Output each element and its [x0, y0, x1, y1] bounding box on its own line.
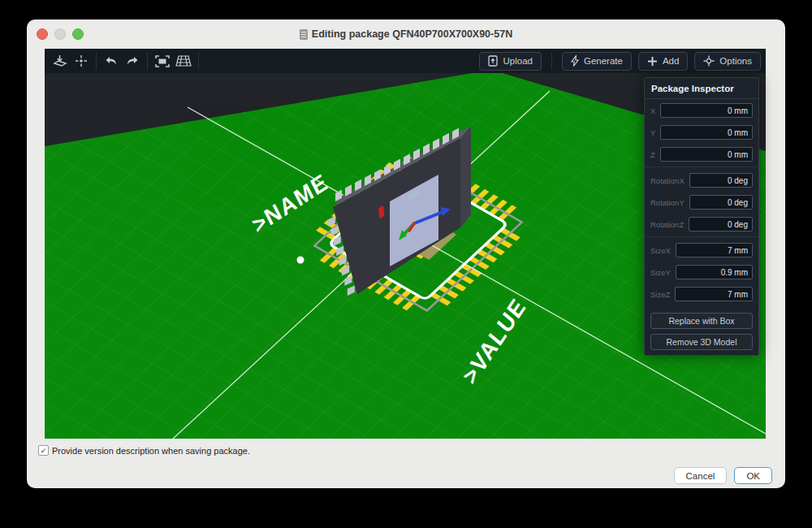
zoom-button[interactable]	[72, 28, 84, 40]
field-label-sizey: SizeY	[650, 268, 671, 277]
generate-button[interactable]: Generate	[562, 52, 632, 71]
cancel-button[interactable]: Cancel	[674, 467, 728, 484]
traffic-lights	[37, 28, 84, 40]
rotationy-input[interactable]	[689, 195, 753, 210]
y-input[interactable]	[660, 125, 753, 140]
origin-icon[interactable]	[71, 51, 92, 71]
panel-title: Package Inspector	[645, 78, 758, 99]
add-button[interactable]: Add	[638, 52, 688, 71]
fit-view-icon[interactable]	[152, 51, 173, 71]
upload-file-icon	[488, 55, 498, 67]
toolbar-separator	[551, 52, 552, 70]
package-inspector-panel: Package Inspector X Y Z RotationX Rotati…	[644, 77, 759, 356]
upload-button[interactable]: Upload	[479, 52, 541, 71]
field-label-rotationz: RotationZ	[650, 220, 684, 229]
field-label-sizex: SizeX	[650, 246, 671, 255]
remove-3d-model-button[interactable]: Remove 3D Model	[650, 334, 753, 350]
document-icon	[300, 29, 308, 40]
field-label-sizez: SizeZ	[650, 290, 670, 299]
import-model-icon[interactable]	[50, 51, 71, 71]
replace-with-box-button[interactable]: Replace with Box	[650, 313, 753, 329]
window-title: Editing package QFN40P700X700X90-57N	[312, 28, 512, 40]
version-description-checkbox[interactable]: ✓	[38, 445, 49, 456]
plus-icon	[647, 56, 658, 67]
field-label-y: Y	[650, 128, 655, 137]
field-label-z: Z	[650, 150, 655, 159]
pin1-dot	[297, 257, 304, 264]
sizex-input[interactable]	[676, 243, 753, 258]
3d-viewport[interactable]: >NAME >VALUE Package Inspector X Y Z Rot…	[45, 73, 766, 439]
editor-content: Upload Generate Add Options	[45, 49, 766, 439]
close-button[interactable]	[37, 28, 48, 40]
sizez-input[interactable]	[675, 287, 753, 301]
grid-plane-icon[interactable]	[173, 51, 194, 71]
x-input[interactable]	[660, 103, 753, 118]
rotationx-input[interactable]	[689, 173, 753, 188]
toolbar-separator	[198, 52, 199, 70]
ok-button[interactable]: OK	[734, 467, 772, 484]
version-description-label: Provide version description when saving …	[52, 446, 250, 456]
minimize-button[interactable]	[54, 28, 66, 40]
rotationz-input[interactable]	[689, 217, 753, 232]
options-button[interactable]: Options	[694, 52, 761, 71]
field-label-x: X	[650, 106, 655, 115]
field-label-rotationy: RotationY	[650, 198, 685, 207]
titlebar: Editing package QFN40P700X700X90-57N	[27, 19, 785, 49]
redo-icon[interactable]	[122, 51, 143, 71]
version-description-option: ✓ Provide version description when savin…	[38, 445, 250, 456]
z-input[interactable]	[660, 147, 753, 162]
crosshair-icon	[703, 55, 715, 67]
toolbar-separator	[96, 52, 97, 70]
sizey-input[interactable]	[676, 265, 753, 279]
toolbar: Upload Generate Add Options	[45, 49, 766, 73]
lightning-icon	[571, 55, 579, 67]
undo-icon[interactable]	[101, 51, 122, 71]
toolbar-separator	[147, 52, 148, 70]
edit-package-dialog: Editing package QFN40P700X700X90-57N	[27, 19, 785, 488]
field-label-rotationx: RotationX	[650, 176, 685, 185]
